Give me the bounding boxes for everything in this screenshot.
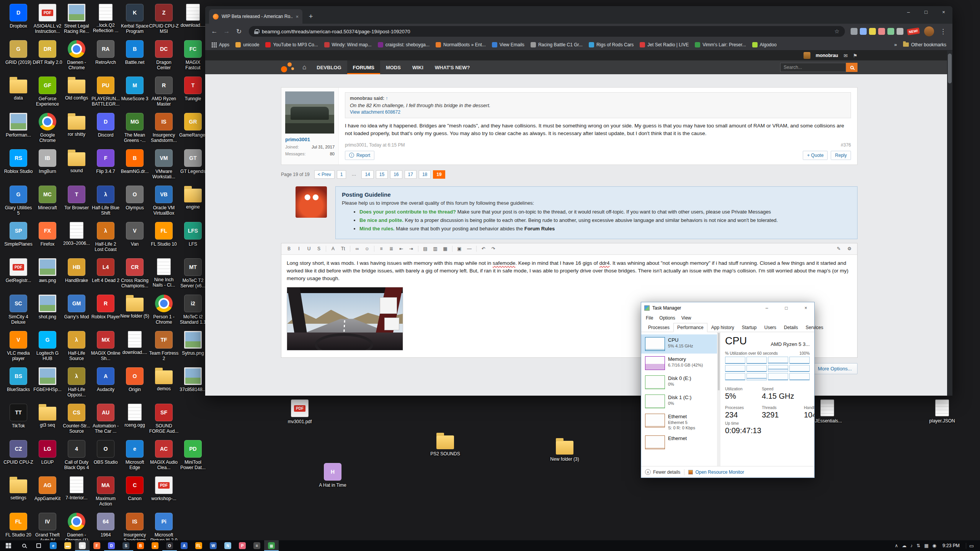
desktop-icon[interactable]: Sytrus.png — [178, 329, 207, 366]
editor-toolbar-icon[interactable]: B — [284, 245, 294, 253]
desktop-icon[interactable]: MT MoTeC T2 Server (x6... — [178, 257, 207, 293]
editor-toolbar-icon[interactable]: Tt — [338, 245, 348, 253]
desktop-icon[interactable]: MC Minecraft — [33, 184, 62, 220]
desktop-icon[interactable]: IS Insurgency Sandstorm... — [149, 111, 178, 148]
editor-toolbar-icon[interactable]: A — [328, 245, 338, 253]
maximize-button[interactable]: □ — [778, 302, 795, 314]
desktop-icon[interactable]: VB Oracle VM VirtualBox — [149, 184, 178, 220]
desktop-icon[interactable]: engine — [178, 184, 207, 220]
search-button[interactable] — [846, 63, 858, 72]
bookmark-star-icon[interactable]: ☆ — [835, 28, 840, 35]
author-avatar[interactable] — [285, 91, 334, 134]
desktop-icon[interactable]: download.... — [178, 2, 207, 39]
inbox-mail-icon[interactable]: ✉ — [843, 53, 848, 59]
desktop-icon-mv3001-pdf[interactable]: PDF mv3001.pdf — [283, 398, 316, 424]
desktop-icon[interactable]: D Discord — [91, 111, 120, 148]
new-tab-button[interactable]: + — [305, 11, 316, 22]
taskbar-app-task-manager[interactable]: ▦ — [264, 540, 279, 551]
desktop-icon[interactable]: FGbEHHSp... — [33, 366, 62, 402]
taskbar-app-file-explorer[interactable]: ▬ — [60, 540, 75, 551]
desktop-icon-ps2-sounds[interactable]: PS2 SOUNDS — [429, 431, 462, 456]
tab-close-icon[interactable]: × — [296, 14, 299, 20]
tray-icon[interactable]: ☁ — [902, 543, 906, 548]
other-bookmarks[interactable]: Other bookmarks — [903, 42, 946, 47]
desktop-icon[interactable]: PDF workshop-... — [149, 475, 178, 511]
embedded-game-screenshot[interactable] — [287, 287, 403, 350]
editor-mode-icon[interactable]: ✎ — [834, 245, 843, 253]
editor-toolbar-icon[interactable]: ⇤ — [397, 245, 406, 253]
close-button[interactable]: × — [797, 302, 814, 314]
action-center-icon[interactable]: ▭ — [966, 543, 977, 549]
editor-toolbar-icon[interactable]: ▥ — [431, 245, 440, 253]
desktop-icon[interactable]: GT GT Legends — [178, 148, 207, 184]
desktop-icon-a-hat-in-time[interactable]: H A Hat in Time — [316, 461, 349, 488]
desktop-icon[interactable]: MG The Mean Greens -... — [120, 111, 149, 148]
user-avatar[interactable] — [804, 52, 810, 59]
goto-quote-arrow[interactable]: ↑ — [385, 96, 388, 101]
editor-toolbar-icon[interactable]: ≡ — [377, 245, 386, 253]
desktop-icon[interactable]: C Canon — [120, 475, 149, 511]
taskbar-app-notepad[interactable]: N — [220, 540, 235, 551]
desktop-icon[interactable]: λ Half-Life Opposi... — [62, 366, 91, 402]
desktop-icon[interactable]: RS Roblox Studio — [4, 148, 33, 184]
desktop-icon[interactable]: Z CPUID CPU-Z MSI — [149, 2, 178, 39]
desktop-icon[interactable]: e Microsoft Edge — [120, 439, 149, 475]
editor-toolbar-icon[interactable]: — — [465, 245, 474, 253]
bookmark-item[interactable]: YouTube to MP3 Co... — [265, 42, 318, 47]
tray-icon[interactable]: ⇅ — [916, 543, 920, 548]
desktop-icon[interactable]: G Logitech G HUB — [33, 329, 62, 366]
desktop-icon[interactable]: CR Cross Racing Champions... — [120, 257, 149, 293]
desktop-icon[interactable]: DR DiRT Rally 2.0 — [33, 39, 62, 75]
desktop-icon[interactable]: F Flip 3.4.7 — [91, 148, 120, 184]
editor-toolbar-icon[interactable]: ≣ — [387, 245, 396, 253]
extension-icon[interactable] — [878, 28, 885, 35]
performance-sidebar-item[interactable]: Ethernet — [641, 433, 717, 452]
bookmark-item[interactable]: NormalBoots » Ent... — [436, 42, 486, 47]
browser-scrollbar[interactable] — [947, 51, 952, 396]
desktop-icon[interactable]: L4 Left 4 Dead 2 — [91, 257, 120, 293]
desktop-icon[interactable]: R AMD Ryzen Master — [149, 75, 178, 111]
editor-toolbar-icon[interactable] — [326, 246, 326, 252]
desktop-icon[interactable]: λ Half-Life Source — [62, 329, 91, 366]
desktop-icon[interactable]: settings — [4, 475, 33, 511]
desktop-icon[interactable]: PU PLAYERUN... BATTLEGR... — [91, 75, 120, 111]
nav-tab[interactable]: DEVBLOG — [311, 60, 347, 74]
desktop-icon[interactable]: CZ CPUID CPU-Z — [4, 439, 33, 475]
desktop-icon[interactable]: 2003–2006... — [62, 220, 91, 257]
performance-sidebar-item[interactable]: Disk 1 (C:) 0% — [641, 392, 717, 411]
minimize-button[interactable]: – — [900, 6, 917, 18]
performance-sidebar-item[interactable]: Ethernet Ethernet 5 S: 0 R: 0 Kbps — [641, 411, 717, 433]
minimize-button[interactable]: – — [758, 302, 775, 314]
desktop-icon[interactable]: PDF GetRegistr... — [4, 257, 33, 293]
desktop-icon[interactable]: data — [4, 75, 33, 111]
bookmark-item[interactable]: craigslist: sheboyga... — [378, 42, 430, 47]
new-badge-extension-icon[interactable]: NEW! — [907, 28, 920, 35]
desktop-icon[interactable]: i2 MoTeC i2 Standard 1.1 — [178, 293, 207, 329]
menu-item[interactable]: View — [678, 315, 694, 321]
desktop-icon[interactable]: K Kerbal Space Program — [120, 2, 149, 39]
maximize-button[interactable]: □ — [917, 6, 935, 18]
start-button[interactable] — [0, 540, 17, 551]
desktop-icon[interactable]: 7-Interior... — [62, 475, 91, 511]
desktop-icon[interactable]: λ Half-Life 2 Lost Coast — [91, 220, 120, 257]
nav-tab[interactable]: FORUMS — [347, 60, 380, 74]
desktop-icon[interactable]: Google Chrome — [33, 111, 62, 148]
editor-toolbar-icon[interactable]: ▦ — [441, 245, 450, 253]
taskbar-app-microsoft-edge[interactable]: e — [46, 540, 60, 551]
bookmark-item[interactable]: Windy: Wind map... — [324, 42, 372, 47]
desktop-icon[interactable]: gt3 seq — [33, 402, 62, 439]
bookmark-item[interactable]: Vimm's Lair: Preser... — [695, 42, 746, 47]
taskbar-app-audacity[interactable]: A — [177, 540, 191, 551]
home-icon[interactable]: ⌂ — [298, 60, 311, 74]
desktop-icon[interactable]: PDF ASIO4ALL v2 Instruction... — [33, 2, 62, 39]
desktop-icon[interactable]: G GRID (2019) — [4, 39, 33, 75]
taskbar-app-beamng-drive[interactable]: B — [133, 540, 148, 551]
post-date[interactable]: primo3001, Today at 6:15 PM — [345, 142, 405, 148]
desktop-icon[interactable]: GM Garry's Mod — [62, 293, 91, 329]
taskbar-app-obs-studio[interactable]: O — [162, 540, 177, 551]
browser-tab[interactable]: WIP Beta released - American Ro... × — [209, 9, 302, 24]
desktop-icon[interactable]: ror shitty — [62, 111, 91, 148]
editor-toolbar-icon[interactable] — [452, 246, 452, 252]
desktop-icon[interactable]: GR GameRanger — [178, 111, 207, 148]
nav-tab[interactable]: WHAT'S NEW? — [429, 60, 476, 74]
